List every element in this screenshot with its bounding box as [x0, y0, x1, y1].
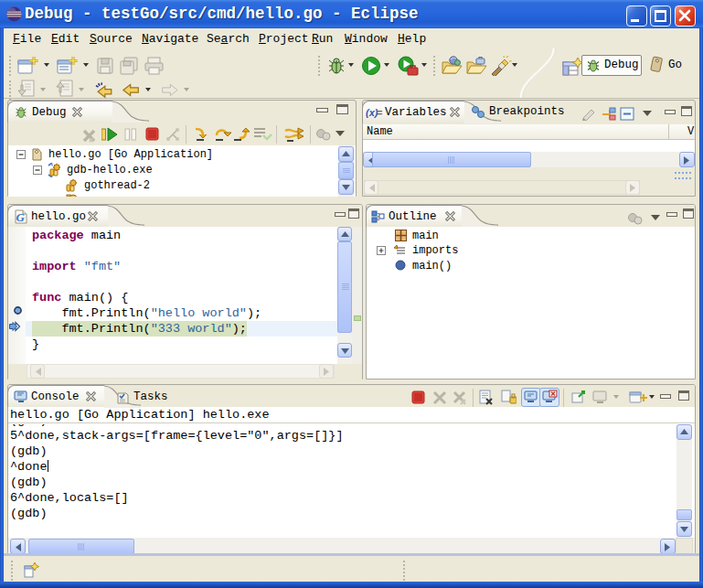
svg-text:G: G	[16, 210, 26, 224]
svg-text:=: =	[377, 107, 382, 118]
